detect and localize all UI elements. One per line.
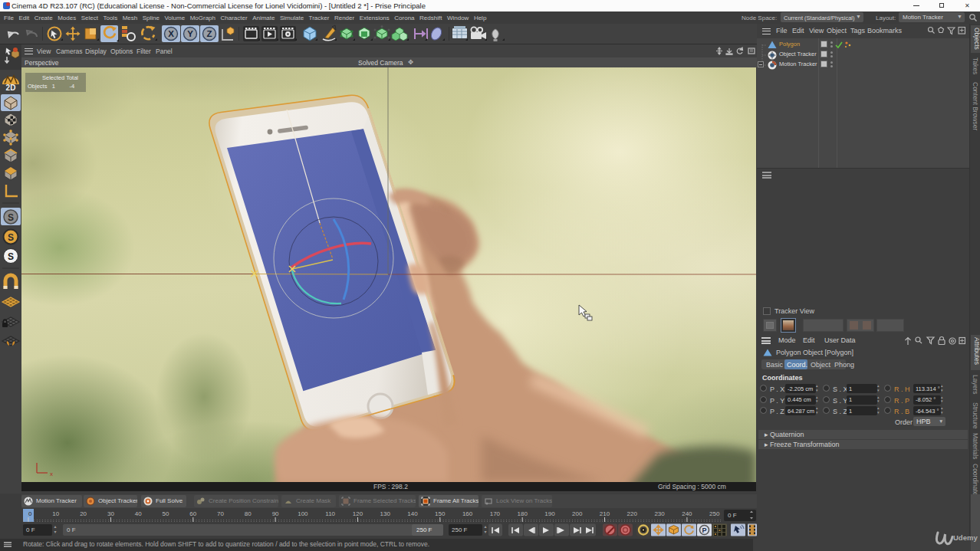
svg-text:30: 30: [107, 510, 114, 517]
svg-text:230: 230: [654, 510, 665, 517]
svg-text:170: 170: [490, 510, 501, 517]
svg-text:90: 90: [272, 510, 279, 517]
svg-text:240: 240: [682, 510, 692, 517]
svg-text:x: x: [50, 471, 53, 477]
svg-text:Y: Y: [187, 29, 193, 38]
svg-text:70: 70: [217, 510, 224, 517]
svg-text:Udemy: Udemy: [953, 533, 978, 542]
svg-text:130: 130: [380, 510, 391, 517]
svg-text:220: 220: [627, 510, 638, 517]
svg-text:Z: Z: [206, 29, 212, 38]
svg-text:40: 40: [135, 510, 142, 517]
svg-text:S: S: [8, 251, 14, 262]
svg-text:250: 250: [709, 510, 720, 517]
svg-text:60: 60: [189, 510, 196, 517]
svg-text:2D: 2D: [6, 84, 16, 92]
svg-text:S: S: [8, 232, 14, 243]
svg-text:0: 0: [28, 510, 32, 517]
svg-text:210: 210: [600, 510, 610, 517]
svg-text:110: 110: [325, 510, 335, 517]
svg-text:120: 120: [353, 510, 363, 517]
svg-text:20: 20: [80, 510, 87, 517]
svg-text:150: 150: [435, 510, 446, 517]
svg-text:0 F: 0 F: [728, 512, 737, 519]
svg-text:50: 50: [163, 510, 169, 517]
svg-text:180: 180: [518, 510, 528, 517]
svg-text:190: 190: [544, 510, 555, 517]
svg-text:200: 200: [572, 510, 583, 517]
svg-text:160: 160: [462, 510, 473, 517]
svg-text:10: 10: [52, 510, 59, 517]
svg-text:100: 100: [298, 510, 308, 517]
svg-text:140: 140: [407, 510, 418, 517]
svg-text:P: P: [702, 526, 706, 534]
svg-text:S: S: [8, 212, 14, 223]
svg-text:80: 80: [245, 510, 252, 517]
svg-text:X: X: [168, 29, 174, 38]
